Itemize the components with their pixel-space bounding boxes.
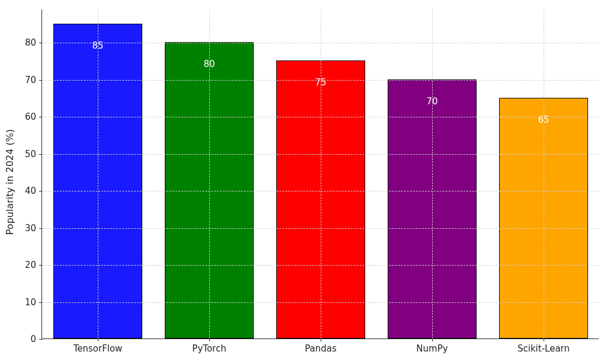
x-grid-line (321, 9, 321, 339)
y-tick-label: 30 (25, 223, 42, 234)
y-tick-label: 40 (25, 186, 42, 196)
x-grid-line (544, 9, 544, 339)
x-tick-label: Pandas (305, 339, 337, 354)
y-axis-label: Popularity in 2024 (%) (4, 129, 15, 235)
y-tick-label: 80 (25, 37, 42, 48)
x-tick-label: PyTorch (192, 339, 226, 354)
x-grid-line (209, 9, 210, 339)
y-tick-label: 0 (30, 334, 42, 344)
y-tick-label: 20 (25, 260, 42, 270)
x-tick-label: TensorFlow (74, 339, 123, 354)
chart-container: Popularity in 2024 (%) 8580757065 010203… (0, 0, 607, 364)
x-tick-label: NumPy (416, 339, 448, 354)
x-grid-line (98, 9, 98, 339)
y-tick-label: 70 (25, 75, 42, 85)
y-tick-label: 50 (25, 149, 42, 159)
y-tick-label: 10 (25, 297, 42, 308)
x-tick-label: Scikit-Learn (517, 339, 570, 354)
y-tick-label: 60 (25, 111, 42, 122)
x-grid-line (432, 9, 433, 339)
plot-area: 8580757065 01020304050607080TensorFlowPy… (41, 9, 599, 339)
